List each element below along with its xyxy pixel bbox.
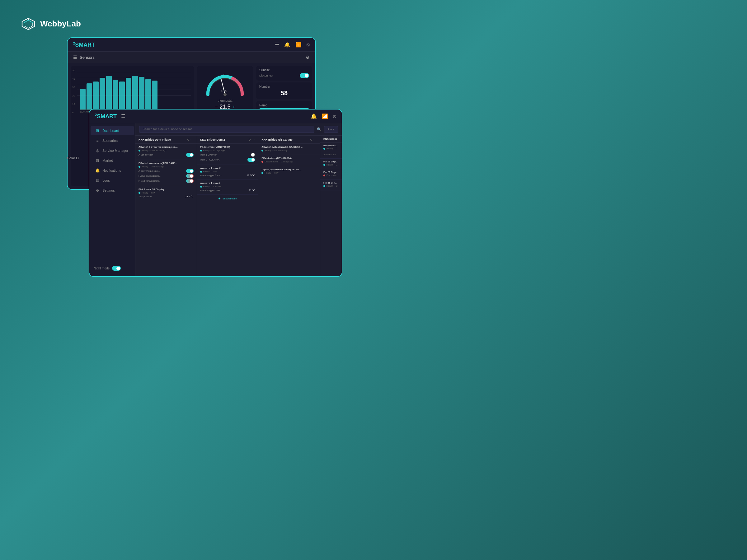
sunrise-toggle-row: Disconnect (259, 73, 309, 78)
front-signal-icon[interactable]: 📶 (322, 113, 328, 119)
col2-title: KNX Bridge Dom 2 (200, 138, 225, 141)
col1-prop1-toggle[interactable] (186, 153, 194, 157)
back-menu-icon[interactable]: ☰ (73, 55, 77, 60)
col3-node2-status-text: Disconnected — 12 days ago (264, 161, 293, 163)
signal-icon[interactable]: 📶 (295, 42, 302, 48)
front-bell-icon[interactable]: 🔔 (311, 113, 317, 119)
col1-node1-status-text: Ready — 30 minutes ago (141, 149, 166, 152)
dashboard-icon: ⊞ (95, 129, 100, 133)
color-light-label: Color Li... (67, 156, 81, 160)
col4-node1-dot (324, 148, 325, 150)
col1-node1-dot (138, 150, 140, 152)
y-label-50: 50 (72, 69, 75, 72)
col4-node3-dot (324, 175, 325, 177)
col1-node3: Flat 3 этаж 55 Display Ready — now Tempe… (135, 186, 197, 201)
sunrise-toggle[interactable] (300, 73, 309, 78)
col1-node2-prop2: I valve охлождение... (138, 174, 194, 178)
col4-node2-title: Flat 55 Disp... (324, 161, 339, 163)
svg-marker-1 (24, 20, 33, 28)
col1-node2-prop3: P vlad увлажнитель (138, 179, 194, 183)
menu-icon[interactable]: ☰ (275, 42, 279, 48)
search-icon[interactable]: 🔍 (317, 127, 321, 132)
col3-node3-dot (261, 172, 263, 174)
col2-node2: комната 1 этаж 2 Ready — now температура… (197, 165, 258, 180)
night-mode-label: Night mode (94, 267, 109, 270)
col4-node1-status: Ready — 1 (324, 148, 339, 150)
col1-node1-status: Ready — 30 minutes ago (138, 149, 194, 152)
y-label-20: 20 (72, 94, 75, 97)
svg-text:40: 40 (212, 80, 214, 82)
col1-dots[interactable]: ⋯ (187, 137, 194, 141)
col1-node3-dot (138, 192, 140, 194)
search-bar: 🔍 A→Z (135, 123, 342, 136)
col2-prop1-circle[interactable] (251, 153, 255, 157)
col1-node2-status: Ready — 16 hours ago (138, 165, 194, 168)
sidebar-label-scenarios: Scenarios (102, 139, 118, 142)
col2-node3-prop1: температура комн... 21 °C (200, 189, 255, 192)
col4-node1-title: BanyaSwitc... (324, 144, 339, 146)
col1-node2-prop1: А вентиляция каб... (138, 169, 194, 173)
col1-node2-prop2-toggle[interactable] (186, 174, 194, 178)
service-icon: ◎ (95, 149, 100, 153)
bell-icon[interactable]: 🔔 (284, 42, 290, 48)
front-header-icons: 🔔 📶 ⎋ (311, 113, 336, 119)
sort-button[interactable]: A→Z (324, 126, 338, 133)
sidebar-item-logs[interactable]: ▤ Logs (91, 176, 134, 185)
sidebar-item-market[interactable]: ⊟ Market (91, 156, 134, 165)
sidebar-item-service-manager[interactable]: ◎ Service Manager (91, 146, 134, 155)
svg-text:0: 0 (206, 95, 207, 97)
sidebar-item-settings[interactable]: ⚙ Settings (91, 186, 134, 195)
sidebar-item-scenarios[interactable]: ≡ Scenarios (91, 136, 134, 145)
number-card: Number 58 (256, 82, 312, 99)
col1-prop1-name: А 2эт детскaя (138, 153, 153, 156)
search-input[interactable] (139, 126, 314, 133)
col1-node2-prop3-toggle[interactable] (186, 179, 194, 183)
back-win-header: 2SMART ☰ 🔔 📶 ⎋ (68, 38, 315, 52)
col4-node4-status: Ready — 2 (324, 185, 339, 187)
col4-title: KNX Bridge (324, 137, 337, 140)
bar-1 (80, 89, 85, 109)
y-label-8: 8 (72, 111, 75, 114)
bar-12 (152, 81, 157, 109)
col1-node1: ASwitch 3 этаж тех помещени.... Ready — … (135, 144, 197, 160)
y-label-40: 40 (72, 77, 75, 80)
front-logout-icon[interactable]: ⎋ (333, 113, 336, 119)
number-value: 58 (259, 89, 309, 97)
col2-node2-value: 19.5 °C (247, 174, 255, 177)
eye-icon: 👁 (218, 197, 221, 201)
col4-node1: BanyaSwitc... Ready — 1 А комната л (320, 142, 342, 159)
show-hidden-btn[interactable]: 👁 Show hidden (197, 195, 258, 202)
col1-node2-prop1-toggle[interactable] (186, 169, 194, 173)
front-menu-icon[interactable]: ☰ (121, 113, 125, 119)
col4-node1-extra: А комната л (324, 153, 336, 156)
col2-prop1-name: Input 1 ОХРАНА (200, 153, 217, 156)
col3-node2-dot (261, 161, 263, 163)
col2-prop2-toggle[interactable] (248, 158, 255, 162)
col2-node2-title: комната 1 этаж 2 (200, 167, 255, 169)
sunrise-card: Sunrise Disconnect (256, 66, 312, 81)
svg-line-5 (221, 80, 225, 95)
col3-node3-title: термо датчики гараж+куритни.... (261, 168, 316, 171)
col2-prop2-name: Input 2 ПОЖАРКА (200, 158, 220, 161)
col2-dots[interactable]: ⋯ (248, 137, 255, 141)
bar-4 (100, 78, 105, 109)
col3-node1-status-text: Ready — 8 minutes ago (264, 149, 288, 152)
logout-icon[interactable]: ⎋ (307, 42, 310, 48)
front-logo: 2SMART (95, 113, 117, 120)
col3-node2-title: PB-interface(MTN870904) (261, 157, 316, 160)
bar-10 (139, 77, 145, 109)
back-settings-icon[interactable]: ⚙ (306, 55, 310, 60)
back-sub-header: ☰ Sensors ⚙ (68, 52, 315, 63)
col3-dots[interactable]: ⋯ (310, 137, 316, 141)
col2-node3-prop1-name: температура комн... (200, 189, 222, 192)
back-win-title: Sensors (80, 55, 95, 60)
night-mode-toggle[interactable] (112, 266, 121, 271)
sidebar-label-notifications: Notifications (102, 169, 121, 172)
front-header: 2SMART ☰ 🔔 📶 ⎋ (89, 109, 342, 123)
col2-node3-dot (200, 186, 202, 188)
col4-node3-status-text: Disconnec... (327, 174, 339, 177)
sidebar-item-dashboard[interactable]: ⊞ Dashboard (91, 126, 134, 135)
col3-node1-dot (261, 150, 263, 152)
sidebar-item-notifications[interactable]: 🔔 Notifications (91, 166, 134, 175)
sidebar-label-logs: Logs (102, 179, 110, 182)
